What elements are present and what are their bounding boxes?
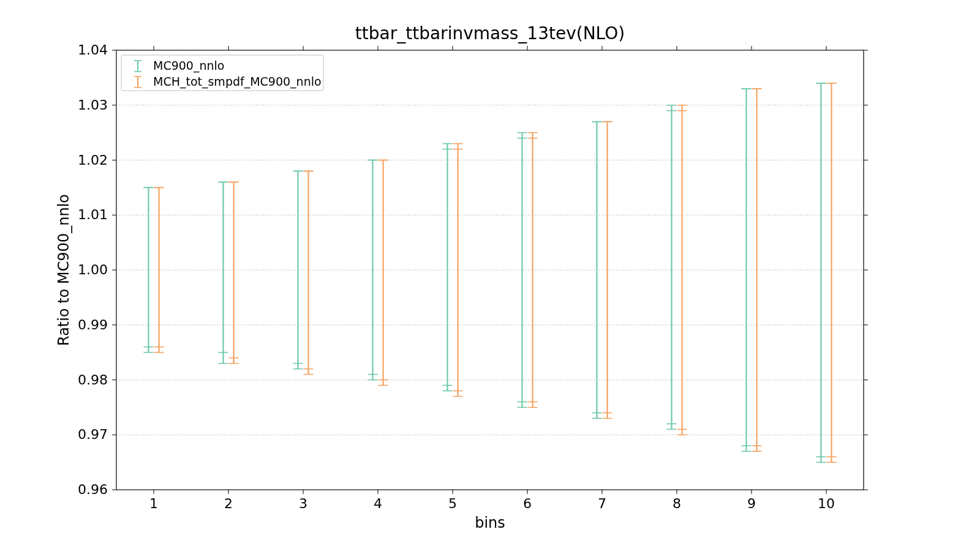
errorbar-series-1	[603, 122, 612, 419]
y-tick-label: 1.02	[78, 152, 108, 168]
errorbar-series-0	[143, 187, 153, 352]
y-tick-label: 1.03	[78, 97, 108, 113]
ratio-errorbar-chart: 123456789100.960.970.980.991.001.011.021…	[0, 0, 980, 551]
x-tick-label: 8	[673, 496, 681, 511]
errorbar-series-1	[154, 187, 164, 352]
x-tick-label: 7	[598, 496, 606, 511]
errorbar-series-1	[528, 133, 538, 408]
errorbar-series-0	[666, 105, 676, 430]
errorbar-series-1	[827, 83, 837, 462]
legend: MC900_nnloMCH_tot_smpdf_MC900_nnlo	[121, 55, 323, 91]
errorbar-series-0	[741, 89, 751, 451]
errorbar-series-0	[218, 182, 228, 363]
errorbar-series-1	[752, 89, 762, 451]
x-tick-label: 3	[299, 496, 307, 511]
x-tick-label: 1	[149, 496, 158, 511]
errorbar-series-1	[304, 171, 314, 374]
y-tick-label: 1.00	[78, 262, 108, 277]
x-tick-label: 9	[747, 496, 756, 511]
y-axis-label: Ratio to MC900_nnlo	[55, 194, 72, 346]
x-tick-label: 5	[448, 496, 457, 511]
errorbar-series-0	[592, 122, 601, 419]
errorbar-series-1	[677, 105, 687, 435]
y-tick-label: 0.97	[78, 427, 108, 442]
y-tick-label: 0.98	[78, 372, 108, 388]
x-tick-label: 6	[523, 496, 532, 511]
y-tick-label: 1.04	[78, 42, 108, 58]
errorbar-series-1	[379, 160, 388, 386]
chart-title: ttbar_ttbarinvmass_13tev(NLO)	[355, 23, 625, 43]
errorbar-series-0	[442, 144, 452, 391]
y-tick-label: 1.01	[78, 207, 108, 222]
x-axis-label: bins	[475, 514, 505, 531]
x-tick-label: 10	[818, 496, 835, 511]
y-tick-label: 0.96	[78, 482, 108, 497]
errorbar-series-1	[229, 182, 239, 363]
legend-label: MCH_tot_smpdf_MC900_nnlo	[153, 75, 322, 89]
errorbar-series-0	[293, 171, 303, 369]
errorbar-series-1	[453, 144, 463, 397]
y-tick-label: 0.99	[78, 317, 108, 332]
x-tick-label: 4	[374, 496, 382, 511]
errorbar-series-0	[816, 83, 826, 462]
legend-label: MC900_nnlo	[153, 59, 224, 73]
x-tick-label: 2	[224, 496, 233, 511]
